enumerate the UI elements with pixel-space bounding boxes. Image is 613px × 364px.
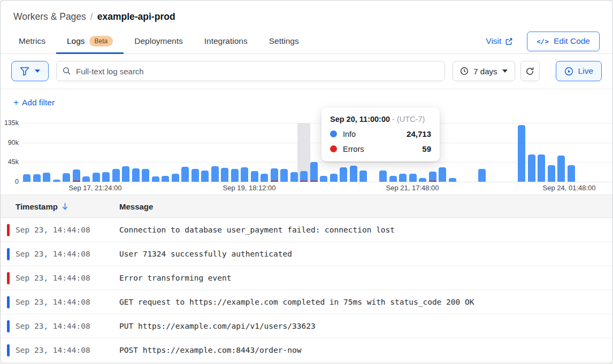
chart-bar[interactable] — [73, 169, 80, 182]
search-container — [56, 61, 445, 81]
chart-bar[interactable] — [251, 171, 258, 182]
bar-info-segment — [389, 176, 397, 182]
bar-info-segment — [181, 167, 189, 182]
bar-info-segment — [132, 168, 140, 182]
chart-bar[interactable] — [201, 171, 209, 182]
log-row[interactable]: Sep 23, 14:44:08User 71324 successfully … — [1, 242, 612, 266]
chart-bar[interactable] — [399, 174, 407, 182]
chart-bar[interactable] — [43, 173, 50, 182]
column-header-timestamp[interactable]: Timestamp — [1, 202, 119, 211]
chart-bar[interactable] — [33, 174, 41, 182]
filter-dropdown-button[interactable] — [11, 61, 49, 81]
chart-bar[interactable] — [162, 176, 169, 182]
chart-bar[interactable] — [241, 167, 248, 182]
log-volume-chart: 045k90k135k Sep 17, 21:24:00Sep 19, 18:1… — [1, 114, 612, 195]
log-message: GET request to https://example.com compl… — [119, 298, 612, 306]
chart-bar[interactable] — [23, 174, 30, 182]
chart-bar[interactable] — [449, 178, 456, 182]
chart-bar[interactable] — [548, 165, 555, 182]
chart-bar[interactable] — [112, 169, 120, 182]
bar-info-segment — [221, 168, 228, 182]
bar-info-segment — [350, 166, 357, 182]
chart-bar[interactable] — [300, 171, 308, 182]
chart-bar[interactable] — [152, 176, 159, 182]
chart-bar[interactable] — [132, 168, 140, 182]
column-header-message[interactable]: Message — [119, 202, 612, 211]
chart-bar[interactable] — [389, 176, 397, 182]
chart-bar[interactable] — [409, 174, 417, 182]
search-input[interactable] — [56, 61, 445, 81]
breadcrumb-current: example-api-prod — [97, 11, 175, 22]
chart-bar[interactable] — [122, 166, 129, 182]
log-row[interactable]: Sep 23, 14:44:08PUT https://example.com/… — [1, 314, 612, 338]
chart-bar[interactable] — [310, 162, 318, 182]
time-range-dropdown[interactable]: 7 days — [453, 61, 515, 81]
sort-descending-icon[interactable] — [61, 202, 69, 211]
tab-bar: Metrics Logs Beta Deployments Integratio… — [1, 29, 612, 54]
bar-info-segment — [63, 173, 70, 182]
external-link-icon — [505, 37, 513, 45]
chart-bar[interactable] — [53, 180, 60, 182]
chart-bar[interactable] — [142, 169, 149, 182]
tab-settings[interactable]: Settings — [258, 29, 310, 53]
chart-bar[interactable] — [439, 167, 446, 182]
add-filter-button[interactable]: + Add filter — [13, 97, 55, 108]
chart-bar[interactable] — [172, 174, 179, 182]
chart-bar[interactable] — [271, 168, 278, 182]
chart-bar[interactable] — [280, 169, 288, 182]
bar-info-segment — [241, 167, 248, 182]
tab-logs[interactable]: Logs Beta — [56, 29, 124, 53]
visit-link[interactable]: Visit — [486, 36, 513, 46]
chart-bar[interactable] — [290, 172, 298, 182]
chart-bar[interactable] — [350, 166, 357, 182]
chart-bar[interactable] — [63, 173, 70, 182]
chart-bar[interactable] — [221, 168, 228, 182]
log-row[interactable]: Sep 23, 14:44:08Connection to database u… — [1, 218, 612, 242]
breadcrumb-section[interactable]: Workers & Pages — [13, 11, 86, 22]
tab-deployments[interactable]: Deployments — [124, 29, 193, 53]
chart-bar[interactable] — [82, 176, 90, 182]
chart-bar[interactable] — [340, 167, 347, 182]
bar-info-segment — [548, 165, 555, 182]
tooltip-errors-value: 59 — [422, 144, 431, 153]
chart-bar[interactable] — [379, 171, 387, 182]
log-row[interactable]: Sep 23, 14:44:08Error transforming event — [1, 266, 612, 290]
chart-bar[interactable] — [518, 125, 525, 182]
chart-bar[interactable] — [478, 169, 486, 182]
bar-errors-segment — [310, 181, 318, 182]
log-row[interactable]: Sep 23, 14:44:08POST https://example.com… — [1, 338, 612, 362]
chart-bar[interactable] — [320, 176, 327, 182]
plus-icon: + — [13, 97, 19, 108]
chart-bar[interactable] — [429, 172, 436, 182]
chart-bar[interactable] — [330, 174, 338, 182]
chart-bar[interactable] — [191, 169, 199, 182]
bar-info-segment — [53, 180, 60, 182]
tab-integrations[interactable]: Integrations — [194, 29, 258, 53]
chart-bar[interactable] — [93, 173, 100, 182]
bar-info-segment — [568, 165, 575, 182]
log-row[interactable]: Sep 23, 14:44:08GET request to https://e… — [1, 290, 612, 314]
bar-info-segment — [201, 171, 209, 182]
bar-info-segment — [162, 176, 169, 182]
chart-bar[interactable] — [557, 156, 565, 182]
play-circle-icon — [564, 67, 573, 76]
bar-info-segment — [538, 154, 545, 182]
edit-code-button[interactable]: </> Edit Code — [527, 32, 600, 51]
chart-bar[interactable] — [211, 166, 219, 182]
chart-bar[interactable] — [528, 154, 535, 182]
chart-bar[interactable] — [538, 154, 545, 182]
log-message: User 71324 successfully authenticated — [119, 250, 612, 258]
tab-metrics[interactable]: Metrics — [8, 29, 56, 53]
chart-bar[interactable] — [260, 174, 268, 182]
chart-bar[interactable] — [231, 169, 239, 182]
chart-bar[interactable] — [568, 165, 575, 182]
chart-bar[interactable] — [181, 167, 189, 182]
chart-bar[interactable] — [102, 172, 110, 182]
add-filter-row: + Add filter — [1, 89, 612, 114]
chart-bar[interactable] — [419, 178, 426, 182]
bar-info-segment — [429, 172, 436, 181]
chart-bar[interactable] — [359, 171, 367, 182]
refresh-button[interactable] — [520, 61, 540, 81]
bar-info-segment — [73, 169, 80, 181]
live-button[interactable]: Live — [556, 61, 602, 81]
